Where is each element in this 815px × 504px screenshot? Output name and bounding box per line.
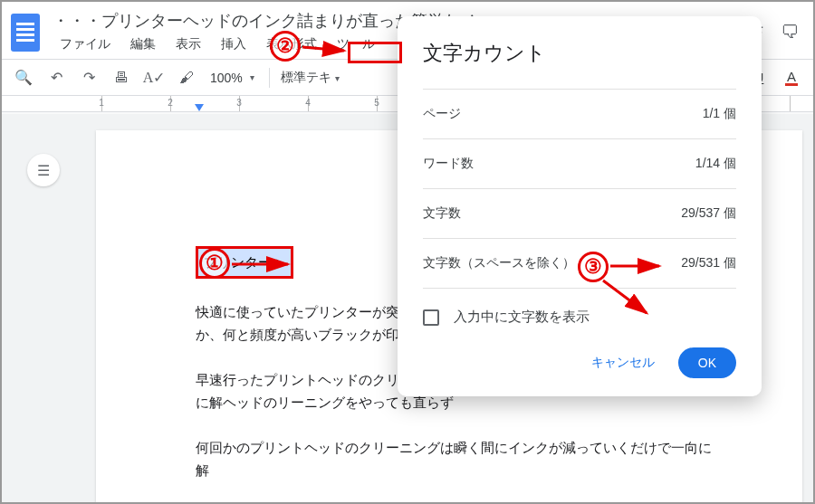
annotation-3: ③ [578,252,609,282]
ruler-number: 4 [305,98,311,108]
value-chars-nospace: 29/531 個 [681,255,736,271]
row-chars: 文字数 29/537 個 [423,188,736,238]
row-pages: ページ 1/1 個 [423,89,736,138]
search-icon[interactable]: 🔍 [11,65,36,90]
annotation-1: ① [199,248,230,279]
show-while-typing-label: 入力中に文字数を表示 [454,309,590,326]
label-pages: ページ [423,106,461,122]
paragraph-style-select[interactable]: 標準テキ [281,70,340,86]
indent-marker-icon[interactable] [195,104,204,111]
value-pages: 1/1 個 [703,106,736,122]
menu-file[interactable]: ファイル [53,33,118,55]
ruler-number: 2 [168,98,173,108]
row-words: ワード数 1/14 個 [423,138,736,188]
menu-edit[interactable]: 編集 [123,33,163,55]
undo-icon[interactable]: ↶ [43,65,69,90]
menu-insert[interactable]: 挿入 [214,33,254,55]
separator [269,68,270,88]
outline-toggle-button[interactable]: ☰ [27,154,60,186]
show-while-typing-row: 入力中に文字数を表示 [423,288,736,342]
docs-logo-icon[interactable] [11,14,40,52]
show-while-typing-checkbox[interactable] [423,309,439,326]
menu-view[interactable]: 表示 [168,33,208,55]
paint-format-icon[interactable]: 🖌 [174,65,199,90]
zoom-select[interactable]: 100% [206,71,258,85]
ruler-number: 3 [236,98,242,108]
ok-button[interactable]: OK [678,347,736,378]
comments-icon[interactable]: 🗨 [781,22,799,43]
label-chars: 文字数 [423,205,461,222]
spellcheck-icon[interactable]: A✓ [141,65,167,90]
ruler-number: 1 [99,98,104,108]
cancel-button[interactable]: キャンセル [577,347,669,378]
value-words: 1/14 個 [695,156,736,172]
redo-icon[interactable]: ↷ [76,65,101,90]
ruler-tick [790,96,791,111]
word-count-dialog: 文字カウント ページ 1/1 個 ワード数 1/14 個 文字数 29/537 … [398,16,762,396]
dialog-title: 文字カウント [423,40,736,67]
label-words: ワード数 [423,156,474,172]
print-icon[interactable]: 🖶 [109,65,134,90]
annotation-box-tools [348,42,402,63]
paragraph[interactable]: 何回かのプリントヘッドのクリーニングは瞬く間にインクが減っていくだけで一向に解 [196,436,715,482]
label-chars-nospace: 文字数（スペースを除く） [423,255,575,271]
text-color-button[interactable]: A [779,65,804,90]
annotation-2: ② [270,31,301,62]
ruler-number: 5 [374,98,379,108]
value-chars: 29/537 個 [681,205,736,222]
